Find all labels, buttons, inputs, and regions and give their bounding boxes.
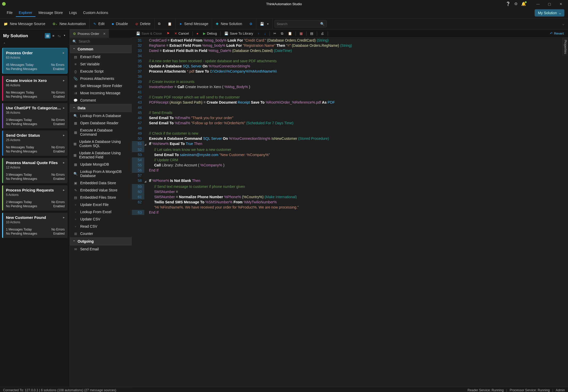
- action-item[interactable]: ▤Extract Field: [70, 53, 132, 60]
- code-line[interactable]: 44: [132, 105, 568, 110]
- code-line[interactable]: 61SMSNumber = Normalize Phone Number %Ph…: [132, 194, 568, 199]
- paste-button[interactable]: 📋: [164, 18, 175, 29]
- action-item[interactable]: ▦Execute A Database Command: [70, 127, 132, 138]
- code-line[interactable]: 36Update A Database SQL Server On %YourC…: [132, 64, 568, 69]
- more-icon[interactable]: ⌵: [562, 22, 564, 26]
- tab-process-order[interactable]: ⚙ Process Order ✕: [70, 29, 109, 38]
- automation-card[interactable]: Process Order▸ 63 Actions 45 Messages To…: [2, 48, 68, 74]
- move-up-button[interactable]: ↑: [256, 31, 262, 36]
- send-message-button[interactable]: ➤ Send Message: [176, 18, 212, 29]
- code-line[interactable]: 34: [132, 53, 568, 58]
- solution-picker[interactable]: My Solution ⌵: [535, 9, 564, 17]
- delete-button[interactable]: ⊘ Delete: [132, 18, 154, 29]
- action-item[interactable]: ▫Update CSV: [70, 216, 132, 223]
- cancel-button[interactable]: ✕Cancel: [172, 31, 191, 36]
- code-line[interactable]: 42// Create PDF receipt which we will se…: [132, 95, 568, 100]
- action-item[interactable]: ▣Embedded Data Store: [70, 179, 132, 187]
- action-item[interactable]: 📎Process Attachments: [70, 75, 132, 82]
- code-line[interactable]: 32RegName = Extract Field From %msg_body…: [132, 43, 568, 48]
- code-line[interactable]: 35// A new order has been received - upd…: [132, 58, 568, 64]
- notifications-icon[interactable]: 🔔: [521, 2, 526, 6]
- code-line[interactable]: 41: [132, 89, 568, 95]
- chevron-down-icon[interactable]: ▾: [63, 33, 66, 39]
- code-line[interactable]: 49// Check if the customer is new: [132, 131, 568, 136]
- minimize-button[interactable]: —: [533, 0, 543, 7]
- automation-card[interactable]: Process Pricing Requests▸ 5 Actions 2 Me…: [2, 185, 68, 211]
- code-line[interactable]: 60SMSNumber =: [132, 189, 568, 194]
- menu-logs[interactable]: Logs: [66, 9, 80, 17]
- new-solution-button[interactable]: ✚ New Solution: [212, 18, 246, 29]
- view-list-icon[interactable]: ≡: [51, 33, 56, 39]
- move-down-button[interactable]: ↓: [262, 31, 268, 36]
- code-line[interactable]: 55Call Library: Zoho Account ( %Company%…: [132, 163, 568, 168]
- action-item[interactable]: 🔍Lookup From A Database: [70, 112, 132, 119]
- action-item[interactable]: ▣Set Message Store Folder: [70, 82, 132, 89]
- action-item[interactable]: ▫Read CSV: [70, 223, 132, 230]
- action-item[interactable]: ✉Send Email: [70, 245, 132, 253]
- automation-card[interactable]: Send Order Status▸ 25 Actions No Message…: [2, 130, 68, 156]
- code-line[interactable]: 48: [132, 126, 568, 131]
- code-line[interactable]: 39// Create invoice in accounts: [132, 79, 568, 84]
- code-line[interactable]: 56End If: [132, 168, 568, 173]
- revert-button[interactable]: ↶Revert: [548, 31, 566, 36]
- code-editor[interactable]: 31CreditCard = Extract Field From %msg_b…: [132, 38, 568, 387]
- code-line[interactable]: 53Send Email To salesteam@mysite.com "Ne…: [132, 152, 568, 157]
- code-line[interactable]: 31CreditCard = Extract Field From %msg_b…: [132, 38, 568, 43]
- code-line[interactable]: 45// Send Emails: [132, 110, 568, 115]
- new-message-source-button[interactable]: 📁 New Message Source: [0, 18, 49, 29]
- new-automation-button[interactable]: ⚙₊ New Automation: [49, 18, 89, 29]
- save-dropdown[interactable]: 💾▾: [256, 18, 272, 29]
- gear-icon[interactable]: ⚙: [514, 2, 518, 6]
- paste-button[interactable]: 📋: [286, 31, 294, 36]
- code-line[interactable]: 43PDFReceipt (Assign Saved Path) = Creat…: [132, 100, 568, 105]
- code-line[interactable]: 47Send Email To %Email% "Follow up for o…: [132, 120, 568, 126]
- action-item[interactable]: ▦Update MongoDB: [70, 161, 132, 168]
- toolbar-search[interactable]: 🔍: [274, 20, 327, 27]
- cut-button[interactable]: ✂: [271, 31, 278, 36]
- action-item[interactable]: 💬Comment: [70, 97, 132, 104]
- code-line[interactable]: 38: [132, 74, 568, 79]
- menu-file[interactable]: File: [4, 9, 16, 17]
- copy-button[interactable]: ⧉: [279, 31, 285, 36]
- menu-message-store[interactable]: Message Store: [35, 9, 66, 17]
- action-group-common[interactable]: ⌃Common: [70, 45, 132, 53]
- automation-card[interactable]: Process Manual Quote Files▸ 12 Actions 3…: [2, 158, 68, 183]
- view-grid-icon[interactable]: ▦: [45, 33, 50, 39]
- record-button[interactable]: ●: [194, 31, 200, 36]
- action-item[interactable]: ▦Update A Database Using Custom SQL: [70, 138, 132, 149]
- actions-search[interactable]: 🔍: [70, 38, 132, 45]
- code-line[interactable]: 52// Let sales team know we have a new c…: [132, 147, 568, 152]
- code-line[interactable]: 40InvoiceNumber = Call Create Invoice In…: [132, 84, 568, 89]
- blocks-button[interactable]: ▦: [297, 31, 305, 36]
- action-item[interactable]: 🔍Lookup From A MongoDB Database: [70, 168, 132, 179]
- action-item[interactable]: ⊞Counter: [70, 230, 132, 237]
- maximize-button[interactable]: ▢: [544, 0, 555, 7]
- code-line[interactable]: 57: [132, 173, 568, 178]
- automation-card[interactable]: Create Invoice In Xero▸ 86 Actions No Me…: [2, 76, 68, 101]
- action-group-data[interactable]: ⌃Data: [70, 104, 132, 112]
- action-item[interactable]: ▦Open Database Reader: [70, 119, 132, 127]
- disable-button[interactable]: ■ Disable: [108, 18, 132, 29]
- copy-button[interactable]: ⧉: [154, 18, 164, 29]
- code-line[interactable]: 63End If: [132, 210, 568, 215]
- save-close-button[interactable]: 💾Save & Close: [134, 31, 164, 36]
- code-line[interactable]: 59// Send text message to customer if ph…: [132, 184, 568, 189]
- code-line[interactable]: 58◢If %Phone% Is Not Blank Then: [132, 178, 568, 184]
- action-item[interactable]: ▤Embedded Files Store: [70, 194, 132, 201]
- action-item[interactable]: ▫Update Excel File: [70, 201, 132, 208]
- sort-icon[interactable]: ↑↓: [56, 33, 62, 39]
- fold-icon[interactable]: ◢: [144, 178, 148, 184]
- menu-custom-actions[interactable]: Custom Actions: [80, 9, 111, 17]
- automation-card[interactable]: New Customer Found▸ 10 Actions 1 Message…: [2, 213, 68, 238]
- print-button[interactable]: 🖨: [319, 31, 326, 36]
- code-line[interactable]: 51◢If %IsNew% Equal To True Then: [132, 141, 568, 147]
- code-line[interactable]: 54// Update CRM: [132, 157, 568, 163]
- fold-icon[interactable]: ◢: [144, 141, 148, 147]
- code-line[interactable]: 50Execute A Database Command SQL Server …: [132, 136, 568, 141]
- edit-button[interactable]: ✎ Edit: [90, 18, 108, 29]
- save-library-button[interactable]: 💾Save To Library: [222, 31, 255, 36]
- debug-button[interactable]: ▶Debug: [201, 31, 219, 36]
- action-item[interactable]: ⇉Move Incoming Message: [70, 89, 132, 97]
- close-button[interactable]: ✕: [556, 0, 566, 7]
- code-line[interactable]: 62Twilio Send SMS Message To %SMSNumber%…: [132, 199, 568, 205]
